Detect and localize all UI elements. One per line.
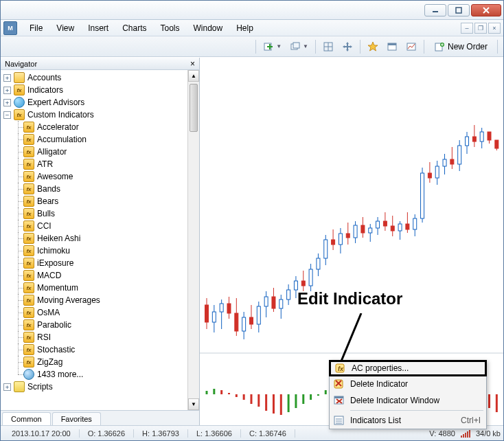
tree-item-indicators[interactable]: +Indicators (1, 84, 199, 96)
toolbar-profiles-button[interactable]: ▼ (286, 39, 312, 54)
window-minimize-button[interactable] (424, 4, 446, 16)
tree-item-more[interactable]: 1433 more... (1, 368, 199, 381)
tree-item-custom[interactable]: Heiken Ashi (1, 232, 199, 245)
tree-item-custom[interactable]: ZigZag (1, 356, 199, 368)
menu-file[interactable]: File (23, 21, 49, 35)
expander-icon[interactable]: + (3, 99, 11, 106)
svg-rect-93 (472, 137, 476, 142)
tab-common[interactable]: Common (2, 412, 51, 425)
status-open: O: 1.36626 (80, 429, 134, 438)
tree-item-custom[interactable]: Awesome (1, 170, 199, 183)
scroll-down-button[interactable]: ▼ (188, 398, 199, 410)
scroll-thumb[interactable] (190, 84, 198, 132)
tree-item-custom[interactable]: Bands (1, 183, 199, 195)
tree-label: Bears (37, 196, 58, 206)
navigator-scrollbar[interactable]: ▲ ▼ (187, 70, 199, 410)
tree-item-custom[interactable]: CCI (1, 220, 199, 232)
svg-rect-87 (450, 159, 454, 164)
tree-item-custom[interactable]: Alligator (1, 146, 199, 158)
tree-label: 1433 more... (37, 370, 83, 379)
profile-icon (290, 41, 301, 52)
toolbar-strategy-tester-button[interactable] (402, 39, 420, 54)
menu-item-delete-indicator[interactable]: Delete Indicator (330, 376, 486, 392)
mdi-restore-button[interactable]: ❐ (474, 23, 487, 34)
tree-item-custom[interactable]: iExposure (1, 257, 199, 269)
tree-item-custom[interactable]: Bears (1, 195, 199, 207)
toolbar-favorites-button[interactable] (364, 39, 382, 54)
tree-item-custom[interactable]: Ichimoku (1, 245, 199, 257)
tree-item-custom[interactable]: Accelerator (1, 121, 199, 133)
tree-label: Alligator (37, 147, 67, 157)
mdi-close-button[interactable]: × (488, 23, 501, 34)
tree-item-custom[interactable]: RSI (1, 331, 199, 343)
menu-item-indicators-list[interactable]: Indicators List Ctrl+I (330, 412, 486, 429)
navigator-tree[interactable]: +Accounts+Indicators+Expert Advisors−Cus… (1, 70, 199, 410)
expander-icon[interactable]: − (3, 111, 11, 119)
expander-icon[interactable]: + (3, 383, 11, 391)
toolbar-cursor-button[interactable] (339, 39, 356, 54)
tree-item-custom[interactable]: Moving Averages (1, 294, 199, 306)
window-close-button[interactable] (471, 4, 501, 16)
tree-item-custom[interactable]: Stochastic (1, 343, 199, 356)
menu-item-delete-window[interactable]: Delete Indicator Window (330, 392, 486, 409)
tree-item-custom[interactable]: OsMA (1, 306, 199, 319)
menu-help[interactable]: Help (229, 21, 260, 35)
tree-label: Scripts (27, 382, 53, 392)
svg-rect-41 (279, 299, 283, 308)
tab-favorites[interactable]: Favorites (52, 412, 101, 425)
mdi-minimize-button[interactable]: – (461, 23, 473, 34)
svg-rect-29 (235, 313, 238, 331)
svg-rect-23 (212, 312, 216, 322)
toolbar-new-chart-button[interactable]: ▼ (260, 39, 285, 54)
fx-icon (23, 220, 34, 231)
titlebar[interactable] (1, 1, 503, 20)
menu-insert[interactable]: Insert (81, 21, 115, 35)
menu-item-properties[interactable]: fx AC properties... (329, 360, 487, 376)
svg-rect-99 (495, 140, 499, 148)
terminal-icon (387, 41, 398, 52)
fx-icon (23, 319, 34, 330)
menu-view[interactable]: View (49, 21, 81, 35)
navigator-close-button[interactable]: × (190, 59, 195, 69)
svg-rect-27 (227, 304, 231, 313)
toolbar-terminal-button[interactable] (383, 39, 401, 54)
toolbar-new-order-button[interactable]: New Order (428, 39, 494, 54)
tree-item-custom[interactable]: Bulls (1, 207, 199, 220)
menu-item-label: AC properties... (352, 363, 409, 373)
svg-rect-51 (317, 258, 320, 269)
fx-icon (23, 122, 34, 133)
navigator-header[interactable]: Navigator × (1, 58, 199, 70)
svg-rect-25 (220, 304, 223, 312)
tree-item-custom[interactable]: ATR (1, 158, 199, 170)
tree-label: ATR (37, 159, 53, 169)
tree-item-custom-indicators[interactable]: −Custom Indicators (1, 109, 199, 121)
svg-rect-67 (376, 221, 380, 228)
svg-rect-35 (257, 306, 260, 324)
window-maximize-button[interactable] (448, 4, 470, 16)
tree-label: MACD (37, 271, 61, 280)
tree-item-custom[interactable]: Parabolic (1, 319, 199, 331)
tree-item-custom[interactable]: MACD (1, 269, 199, 282)
svg-rect-97 (488, 132, 491, 140)
svg-rect-65 (369, 228, 372, 233)
app-window: M File View Insert Charts Tools Window H… (0, 0, 504, 441)
menu-charts[interactable]: Charts (115, 21, 153, 35)
tree-item-scripts[interactable]: +Scripts (1, 381, 199, 393)
expander-icon[interactable]: + (3, 87, 11, 94)
tree-item-accounts[interactable]: +Accounts (1, 71, 199, 84)
menu-tools[interactable]: Tools (154, 21, 187, 35)
tree-item-expert-advisors[interactable]: +Expert Advisors (1, 96, 199, 109)
toolbar-crosshair-button[interactable] (319, 39, 337, 54)
tree-label: OsMA (37, 308, 60, 317)
tree-label: ZigZag (37, 357, 62, 367)
svg-rect-75 (406, 224, 409, 229)
svg-rect-95 (480, 132, 483, 142)
expander-icon[interactable]: + (3, 74, 11, 82)
tree-item-custom[interactable]: Momentum (1, 282, 199, 294)
tree-item-custom[interactable]: Accumulation (1, 133, 199, 146)
scroll-up-button[interactable]: ▲ (188, 70, 199, 82)
menu-window[interactable]: Window (187, 21, 230, 35)
script-icon (14, 381, 25, 392)
fx-icon (14, 109, 25, 120)
tree-label: Ichimoku (37, 246, 70, 256)
